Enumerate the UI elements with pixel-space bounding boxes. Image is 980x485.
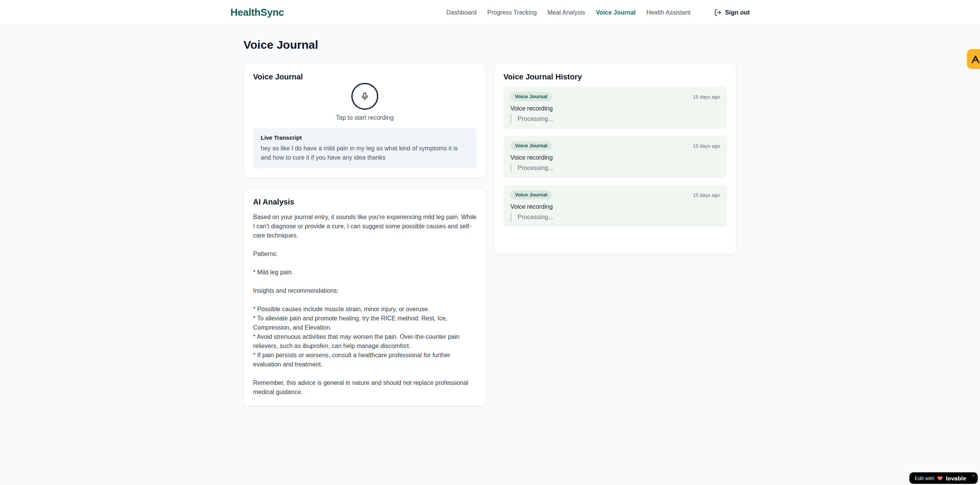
page-title: Voice Journal <box>243 38 737 51</box>
feedback-widget-button[interactable] <box>967 49 980 69</box>
entry-status: Processing... <box>510 163 720 173</box>
content-columns: Voice Journal Tap to start recording <box>243 63 737 406</box>
nav-link-progress-tracking[interactable]: Progress Tracking <box>487 9 537 16</box>
entry-label: Voice recording <box>510 105 720 112</box>
history-entry[interactable]: Voice Journal 15 days ago Voice recordin… <box>503 87 727 129</box>
sign-out-label: Sign out <box>725 9 750 16</box>
entry-type-badge: Voice Journal <box>510 92 552 101</box>
voice-recorder-card: Voice Journal Tap to start recording <box>243 63 486 178</box>
entry-status: Processing... <box>510 114 720 124</box>
history-entry-list: Voice Journal 15 days ago Voice recordin… <box>503 87 727 227</box>
history-entry[interactable]: Voice Journal 15 days ago Voice recordin… <box>503 185 727 227</box>
history-entry-header: Voice Journal 15 days ago <box>510 141 720 150</box>
entry-label: Voice recording <box>510 154 720 161</box>
history-entry-header: Voice Journal 15 days ago <box>510 92 720 101</box>
logout-icon <box>714 9 722 16</box>
nav-link-health-assistant[interactable]: Health Assistant <box>646 9 690 16</box>
entry-type-badge: Voice Journal <box>510 141 552 150</box>
entry-timestamp: 15 days ago <box>693 143 720 149</box>
main-nav: DashboardProgress TrackingMeal AnalysisV… <box>447 9 750 16</box>
nav-link-meal-analysis[interactable]: Meal Analysis <box>548 9 585 16</box>
edit-with-lovable-badge[interactable]: Edit with lovable × <box>909 472 978 484</box>
entry-status: Processing... <box>510 213 720 222</box>
edit-badge-brand: lovable <box>946 475 966 482</box>
sign-out-button[interactable]: Sign out <box>714 9 750 16</box>
nav-links: DashboardProgress TrackingMeal AnalysisV… <box>447 9 691 16</box>
entry-type-badge: Voice Journal <box>510 190 552 200</box>
left-column: Voice Journal Tap to start recording <box>243 63 486 406</box>
header-container: HealthSync DashboardProgress TrackingMea… <box>230 0 750 25</box>
live-transcript-box: Live Transcript hey so like I do have a … <box>253 128 477 168</box>
transcript-title: Live Transcript <box>261 134 469 141</box>
ai-analysis-card: AI Analysis Based on your journal entry,… <box>243 188 486 406</box>
edit-badge-prefix: Edit with <box>915 475 934 481</box>
record-button[interactable] <box>351 83 378 110</box>
history-card: Voice Journal History Voice Journal 15 d… <box>494 63 737 255</box>
entry-timestamp: 15 days ago <box>693 94 720 100</box>
right-column: Voice Journal History Voice Journal 15 d… <box>494 63 737 255</box>
entry-timestamp: 15 days ago <box>693 192 720 198</box>
main-content: Voice Journal Voice Journal <box>243 25 737 406</box>
history-entry[interactable]: Voice Journal 15 days ago Voice recordin… <box>503 136 727 178</box>
entry-label: Voice recording <box>510 203 720 210</box>
microphone-icon <box>361 92 369 101</box>
analysis-card-title: AI Analysis <box>253 198 477 206</box>
nav-link-dashboard[interactable]: Dashboard <box>447 9 477 16</box>
mic-section: Tap to start recording <box>253 83 477 121</box>
lambda-logo-icon <box>970 53 980 65</box>
recorder-card-title: Voice Journal <box>253 73 477 81</box>
history-entry-header: Voice Journal 15 days ago <box>510 190 720 200</box>
history-card-title: Voice Journal History <box>503 73 727 81</box>
edit-badge-close-icon[interactable]: × <box>972 473 975 478</box>
transcript-text: hey so like I do have a mild pain in my … <box>261 144 469 162</box>
analysis-body-text: Based on your journal entry, it sounds l… <box>253 213 477 397</box>
app-logo[interactable]: HealthSync <box>230 7 284 18</box>
tap-hint: Tap to start recording <box>336 114 394 121</box>
nav-link-voice-journal[interactable]: Voice Journal <box>596 9 636 16</box>
gradient-heart-icon <box>937 475 943 481</box>
app-header: HealthSync DashboardProgress TrackingMea… <box>0 0 980 25</box>
